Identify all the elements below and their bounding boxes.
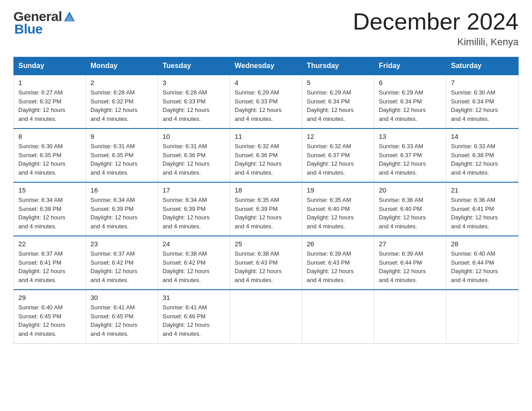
logo-blue-text: Blue	[14, 21, 43, 37]
calendar-cell: 29Sunrise: 6:40 AMSunset: 6:45 PMDayligh…	[14, 290, 86, 343]
day-number: 3	[163, 79, 225, 86]
day-info: Sunrise: 6:30 AMSunset: 6:34 PMDaylight:…	[451, 88, 514, 123]
day-number: 1	[18, 79, 81, 86]
calendar-cell: 16Sunrise: 6:34 AMSunset: 6:39 PMDayligh…	[86, 182, 158, 236]
calendar-cell: 12Sunrise: 6:32 AMSunset: 6:37 PMDayligh…	[302, 128, 374, 182]
month-title: December 2024	[353, 9, 519, 34]
day-number: 29	[18, 294, 81, 301]
calendar-cell: 18Sunrise: 6:35 AMSunset: 6:39 PMDayligh…	[230, 182, 302, 236]
day-number: 18	[235, 186, 297, 194]
calendar-cell: 3Sunrise: 6:28 AMSunset: 6:33 PMDaylight…	[158, 75, 230, 128]
calendar-cell: 25Sunrise: 6:38 AMSunset: 6:43 PMDayligh…	[230, 236, 302, 290]
calendar-cell: 7Sunrise: 6:30 AMSunset: 6:34 PMDaylight…	[446, 75, 519, 128]
calendar-cell	[446, 290, 519, 343]
day-number: 24	[163, 240, 225, 248]
logo-icon	[63, 11, 76, 23]
day-info: Sunrise: 6:34 AMSunset: 6:38 PMDaylight:…	[18, 196, 81, 231]
calendar-cell: 20Sunrise: 6:36 AMSunset: 6:40 PMDayligh…	[374, 182, 446, 236]
day-number: 13	[379, 133, 442, 140]
calendar-cell	[230, 290, 302, 343]
day-info: Sunrise: 6:27 AMSunset: 6:32 PMDaylight:…	[18, 88, 81, 123]
day-info: Sunrise: 6:36 AMSunset: 6:41 PMDaylight:…	[451, 196, 514, 231]
day-number: 7	[451, 79, 514, 86]
day-info: Sunrise: 6:36 AMSunset: 6:40 PMDaylight:…	[379, 196, 442, 231]
day-info: Sunrise: 6:32 AMSunset: 6:37 PMDaylight:…	[307, 142, 369, 177]
day-number: 6	[379, 79, 442, 86]
day-number: 10	[163, 133, 225, 140]
col-tuesday: Tuesday	[158, 57, 230, 75]
calendar-cell: 6Sunrise: 6:29 AMSunset: 6:34 PMDaylight…	[374, 75, 446, 128]
header-row: Sunday Monday Tuesday Wednesday Thursday…	[14, 57, 519, 75]
day-number: 27	[379, 240, 442, 248]
calendar-cell: 23Sunrise: 6:37 AMSunset: 6:42 PMDayligh…	[86, 236, 158, 290]
day-info: Sunrise: 6:31 AMSunset: 6:36 PMDaylight:…	[163, 142, 225, 177]
calendar-week-3: 15Sunrise: 6:34 AMSunset: 6:38 PMDayligh…	[14, 182, 519, 236]
col-thursday: Thursday	[302, 57, 374, 75]
calendar-cell: 30Sunrise: 6:41 AMSunset: 6:45 PMDayligh…	[86, 290, 158, 343]
day-number: 11	[235, 133, 297, 140]
day-info: Sunrise: 6:33 AMSunset: 6:38 PMDaylight:…	[451, 142, 514, 177]
day-number: 26	[307, 240, 369, 248]
page-header: General Blue December 2024 Kimilili, Ken…	[13, 9, 519, 48]
calendar-cell: 17Sunrise: 6:34 AMSunset: 6:39 PMDayligh…	[158, 182, 230, 236]
day-number: 8	[18, 133, 81, 140]
calendar-cell: 28Sunrise: 6:40 AMSunset: 6:44 PMDayligh…	[446, 236, 519, 290]
calendar-cell: 2Sunrise: 6:28 AMSunset: 6:32 PMDaylight…	[86, 75, 158, 128]
day-info: Sunrise: 6:34 AMSunset: 6:39 PMDaylight:…	[163, 196, 225, 231]
calendar-cell: 26Sunrise: 6:39 AMSunset: 6:43 PMDayligh…	[302, 236, 374, 290]
calendar-body: 1Sunrise: 6:27 AMSunset: 6:32 PMDaylight…	[14, 75, 519, 343]
col-wednesday: Wednesday	[230, 57, 302, 75]
day-info: Sunrise: 6:38 AMSunset: 6:43 PMDaylight:…	[235, 249, 297, 284]
day-info: Sunrise: 6:39 AMSunset: 6:44 PMDaylight:…	[379, 249, 442, 284]
calendar-cell: 4Sunrise: 6:29 AMSunset: 6:33 PMDaylight…	[230, 75, 302, 128]
day-number: 22	[18, 240, 81, 248]
calendar-cell: 31Sunrise: 6:41 AMSunset: 6:46 PMDayligh…	[158, 290, 230, 343]
day-number: 5	[307, 79, 369, 86]
day-number: 4	[235, 79, 297, 86]
calendar-cell: 15Sunrise: 6:34 AMSunset: 6:38 PMDayligh…	[14, 182, 86, 236]
calendar-cell: 13Sunrise: 6:33 AMSunset: 6:37 PMDayligh…	[374, 128, 446, 182]
day-info: Sunrise: 6:41 AMSunset: 6:46 PMDaylight:…	[163, 303, 225, 338]
day-info: Sunrise: 6:28 AMSunset: 6:32 PMDaylight:…	[90, 88, 153, 123]
day-info: Sunrise: 6:29 AMSunset: 6:34 PMDaylight:…	[379, 88, 442, 123]
day-number: 9	[90, 133, 153, 140]
day-number: 20	[379, 186, 442, 194]
col-sunday: Sunday	[14, 57, 86, 75]
calendar-cell: 14Sunrise: 6:33 AMSunset: 6:38 PMDayligh…	[446, 128, 519, 182]
day-number: 2	[90, 79, 153, 86]
day-info: Sunrise: 6:38 AMSunset: 6:42 PMDaylight:…	[163, 249, 225, 284]
calendar-cell: 24Sunrise: 6:38 AMSunset: 6:42 PMDayligh…	[158, 236, 230, 290]
logo: General Blue	[13, 9, 77, 37]
calendar-cell: 1Sunrise: 6:27 AMSunset: 6:32 PMDaylight…	[14, 75, 86, 128]
day-number: 28	[451, 240, 514, 248]
day-info: Sunrise: 6:35 AMSunset: 6:40 PMDaylight:…	[307, 196, 369, 231]
day-info: Sunrise: 6:40 AMSunset: 6:45 PMDaylight:…	[18, 303, 81, 338]
calendar-cell: 9Sunrise: 6:31 AMSunset: 6:35 PMDaylight…	[86, 128, 158, 182]
day-info: Sunrise: 6:28 AMSunset: 6:33 PMDaylight:…	[163, 88, 225, 123]
day-number: 25	[235, 240, 297, 248]
day-number: 17	[163, 186, 225, 194]
day-info: Sunrise: 6:34 AMSunset: 6:39 PMDaylight:…	[90, 196, 153, 231]
col-monday: Monday	[86, 57, 158, 75]
title-section: December 2024 Kimilili, Kenya	[353, 9, 519, 48]
day-number: 16	[90, 186, 153, 194]
day-number: 19	[307, 186, 369, 194]
calendar-header: Sunday Monday Tuesday Wednesday Thursday…	[14, 57, 519, 75]
calendar-cell: 21Sunrise: 6:36 AMSunset: 6:41 PMDayligh…	[446, 182, 519, 236]
calendar-cell: 8Sunrise: 6:30 AMSunset: 6:35 PMDaylight…	[14, 128, 86, 182]
day-number: 15	[18, 186, 81, 194]
calendar-week-4: 22Sunrise: 6:37 AMSunset: 6:41 PMDayligh…	[14, 236, 519, 290]
calendar-cell: 5Sunrise: 6:29 AMSunset: 6:34 PMDaylight…	[302, 75, 374, 128]
day-info: Sunrise: 6:33 AMSunset: 6:37 PMDaylight:…	[379, 142, 442, 177]
day-number: 12	[307, 133, 369, 140]
day-info: Sunrise: 6:32 AMSunset: 6:36 PMDaylight:…	[235, 142, 297, 177]
day-info: Sunrise: 6:39 AMSunset: 6:43 PMDaylight:…	[307, 249, 369, 284]
day-info: Sunrise: 6:41 AMSunset: 6:45 PMDaylight:…	[90, 303, 153, 338]
day-number: 21	[451, 186, 514, 194]
calendar-table: Sunday Monday Tuesday Wednesday Thursday…	[13, 57, 519, 344]
calendar-week-2: 8Sunrise: 6:30 AMSunset: 6:35 PMDaylight…	[14, 128, 519, 182]
day-number: 23	[90, 240, 153, 248]
location-label: Kimilili, Kenya	[353, 36, 519, 48]
day-number: 30	[90, 294, 153, 301]
day-info: Sunrise: 6:35 AMSunset: 6:39 PMDaylight:…	[235, 196, 297, 231]
